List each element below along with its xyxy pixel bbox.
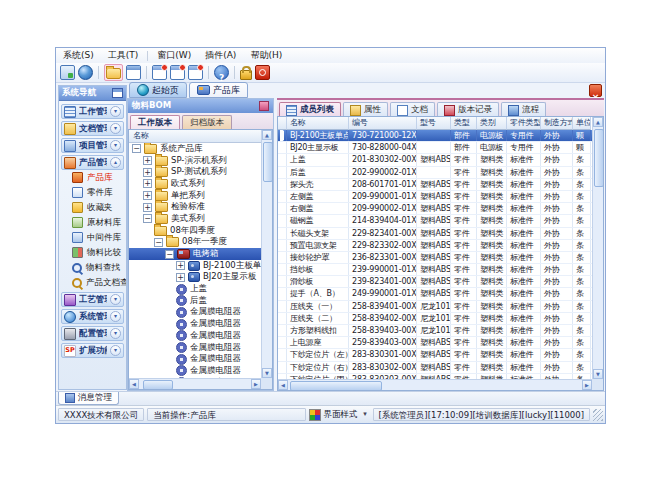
- menu-item-4[interactable]: 插件(A): [198, 48, 243, 63]
- chevron-down-icon[interactable]: [110, 106, 121, 117]
- sidebar-item-3[interactable]: 收藏夹: [59, 200, 126, 215]
- scroll-left-icon[interactable]: [278, 380, 288, 390]
- menu-item-5[interactable]: 帮助(H): [243, 48, 289, 63]
- column-header-7[interactable]: 制造方式: [541, 117, 573, 130]
- tree-node-8[interactable]: 08年四季度: [129, 225, 261, 237]
- table-row[interactable]: 方形塑料线扣258-839403-00X尼龙1010零件塑料类标准件外协条: [278, 325, 592, 337]
- table-row[interactable]: 下纱定位片（右）283-830302-00X塑料ABS零件塑料类标准件外协条: [278, 362, 592, 374]
- sidebar-item-1[interactable]: 产品库: [59, 170, 126, 185]
- folder-icon[interactable]: [106, 68, 121, 79]
- table-row[interactable]: 预置电源支架229-823302-00X塑料ABS零件塑料类标准件外协条: [278, 240, 592, 252]
- tree-hscroll-thumb[interactable]: [143, 380, 173, 390]
- chevron-down-icon[interactable]: [110, 345, 121, 356]
- table-row[interactable]: 提手（A、B）249-990001-01X塑料ABS零件塑料类标准件外协条: [278, 288, 592, 300]
- expander-plus-icon[interactable]: +: [176, 261, 185, 270]
- window-new-icon[interactable]: [152, 65, 167, 80]
- table-row[interactable]: BJ20主显示板730-828000-04X部件电源板专用件外协颗: [278, 142, 592, 154]
- tree-node-6[interactable]: +检验标准: [129, 201, 261, 213]
- member-tab-2[interactable]: 属性: [343, 102, 388, 117]
- scroll-right-icon[interactable]: [582, 380, 592, 390]
- tree-node-3[interactable]: +SP-测试机系列: [129, 166, 261, 178]
- tree-vscroll-thumb[interactable]: [263, 142, 273, 182]
- doc-tab-1[interactable]: 起始页: [129, 82, 187, 98]
- scroll-down-icon[interactable]: [262, 368, 272, 378]
- expander-minus-icon[interactable]: −: [143, 214, 152, 223]
- table-row[interactable]: 后盖202-990002-01X零件塑料类标准件外协条: [278, 167, 592, 179]
- tree-node-4[interactable]: +欧式系列: [129, 178, 261, 190]
- chevron-down-icon[interactable]: [110, 311, 121, 322]
- column-header-1[interactable]: 名称: [287, 117, 349, 130]
- column-header-5[interactable]: 类别: [477, 117, 507, 130]
- scroll-up-icon[interactable]: [593, 117, 603, 127]
- table-row[interactable]: 挡纱板239-990001-01X塑料ABS零件塑料类标准件外协条: [278, 264, 592, 276]
- table-row[interactable]: 下纱定位片（左）283-830301-00X塑料ABS零件塑料类标准件外协条: [278, 349, 592, 361]
- table-row[interactable]: 压线夹（一）258-839401-00X尼龙1010零件塑料类标准件外协条: [278, 301, 592, 313]
- table-row[interactable]: 右侧盖209-990002-01X塑料ABS零件塑料类标准件外协条: [278, 203, 592, 215]
- sidebar-item-8[interactable]: 产品文档查找: [59, 275, 126, 290]
- chevron-down-icon[interactable]: [110, 140, 121, 151]
- expander-plus-icon[interactable]: +: [176, 273, 185, 282]
- expander-minus-icon[interactable]: −: [154, 238, 163, 247]
- tree-node-16[interactable]: 金属膜电阻器: [129, 318, 261, 330]
- table-vertical-scrollbar[interactable]: [592, 117, 603, 379]
- table-vscroll-thumb[interactable]: [594, 129, 604, 187]
- member-tab-5[interactable]: 流程: [501, 102, 546, 117]
- tree-vertical-scrollbar[interactable]: [261, 130, 272, 378]
- tree-node-7[interactable]: −美式系列: [129, 213, 261, 225]
- power-icon[interactable]: [255, 65, 270, 80]
- tree-node-10[interactable]: −电烤箱: [129, 248, 261, 260]
- sidebar-group-8[interactable]: SP扩展功能: [61, 343, 124, 358]
- layout-icon[interactable]: [126, 65, 141, 80]
- expander-plus-icon[interactable]: +: [143, 203, 152, 212]
- window-list-icon[interactable]: [188, 65, 203, 80]
- expander-plus-icon[interactable]: +: [143, 168, 152, 177]
- table-row[interactable]: 左侧盖209-990001-01X塑料ABS零件塑料类标准件外协条: [278, 191, 592, 203]
- sidebar-group-3[interactable]: 项目管理: [61, 138, 124, 153]
- chevron-up-icon[interactable]: [110, 157, 121, 168]
- table-row[interactable]: BJ-2100主板单点730-721000-12X部件电源板专用件外协颗: [278, 130, 592, 142]
- menu-item-1[interactable]: 系统(S): [56, 48, 101, 63]
- sidebar-group-1[interactable]: 工作管理: [61, 104, 124, 119]
- column-header-2[interactable]: 编号: [349, 117, 417, 130]
- globe-icon[interactable]: [78, 65, 93, 80]
- expander-plus-icon[interactable]: +: [143, 156, 152, 165]
- toolbar-active-highlight[interactable]: [104, 64, 123, 81]
- sidebar-group-5[interactable]: 工艺管理: [61, 292, 124, 307]
- menu-item-2[interactable]: 工具(T): [101, 48, 146, 63]
- member-tab-3[interactable]: 文档: [390, 102, 435, 117]
- resize-grip[interactable]: [593, 409, 603, 421]
- sidebar-item-5[interactable]: 中间件库: [59, 230, 126, 245]
- tree-node-11[interactable]: +BJ-2100主板单点: [129, 260, 261, 272]
- doc-tab-2[interactable]: 产品库: [189, 82, 248, 98]
- version-tab-2[interactable]: 归档版本: [182, 115, 232, 130]
- tree-node-18[interactable]: 金属膜电阻器: [129, 342, 261, 354]
- table-hscroll-thumb[interactable]: [290, 381, 382, 391]
- table-horizontal-scrollbar[interactable]: [278, 379, 592, 390]
- sidebar-group-7[interactable]: 配置管理: [61, 326, 124, 341]
- sidebar-item-4[interactable]: 原材料库: [59, 215, 126, 230]
- help-icon[interactable]: [214, 65, 229, 80]
- sidebar-group-6[interactable]: 系统管理: [61, 309, 124, 324]
- column-header-8[interactable]: 单位: [573, 117, 591, 130]
- sidebar-item-2[interactable]: 零件库: [59, 185, 126, 200]
- table-row[interactable]: 长磁头支架229-823401-00X塑料ABS零件塑料类标准件外协条: [278, 228, 592, 240]
- table-row[interactable]: 滑纱板239-823401-00X塑料ABS零件塑料类标准件外协条: [278, 276, 592, 288]
- sidebar-group-4[interactable]: 产品管理: [61, 155, 124, 170]
- expander-minus-icon[interactable]: −: [165, 250, 174, 259]
- scroll-left-icon[interactable]: [129, 379, 139, 389]
- close-icon[interactable]: [589, 84, 602, 97]
- expander-minus-icon[interactable]: −: [132, 144, 141, 153]
- scroll-up-icon[interactable]: [262, 130, 272, 140]
- chevron-down-icon[interactable]: [110, 123, 121, 134]
- chevron-down-icon[interactable]: [110, 294, 121, 305]
- member-tab-4[interactable]: 版本记录: [437, 102, 499, 117]
- table-row[interactable]: 磁钢盖214-839404-01X塑料ABS零件塑料类标准件外协条: [278, 215, 592, 227]
- tree-column-header[interactable]: 名称: [129, 130, 261, 143]
- sidebar-group-2[interactable]: 文档管理: [61, 121, 124, 136]
- chevron-down-icon[interactable]: [361, 410, 370, 419]
- table-row[interactable]: 压线夹（二）258-839402-00X尼龙1010零件塑料类标准件外协条: [278, 313, 592, 325]
- tree-node-12[interactable]: +BJ20主显示板: [129, 272, 261, 284]
- column-header-4[interactable]: 类型: [451, 117, 477, 130]
- dock-window-icon[interactable]: [112, 88, 123, 98]
- tree-node-5[interactable]: +单把系列: [129, 190, 261, 202]
